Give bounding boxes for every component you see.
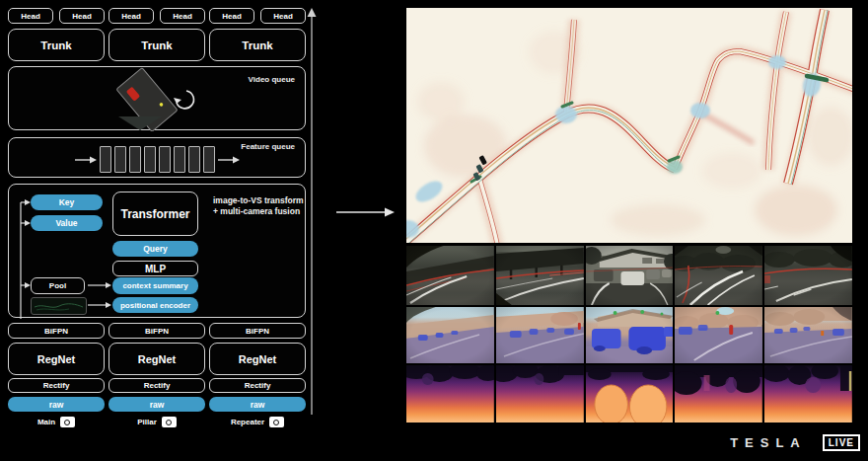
camera-cell	[764, 246, 852, 305]
feature-queue-slats	[75, 146, 240, 173]
live-badge: LIVE	[823, 434, 860, 451]
camera-label-repeater: Repeater	[209, 417, 306, 427]
camera-cell	[496, 307, 584, 363]
camera-cell	[406, 246, 494, 305]
head-box: Head	[209, 8, 254, 24]
camera-name: Main	[37, 418, 55, 426]
head-box: Head	[59, 8, 105, 24]
head-box: Head	[160, 8, 205, 24]
trunk-box: Trunk	[8, 29, 105, 61]
architecture-diagram: HeadHead HeadHead HeadHead Trunk Trunk T…	[8, 8, 306, 432]
camera-cell	[586, 246, 674, 305]
value-box: Value	[31, 215, 103, 231]
bifpn-box: BiFPN	[209, 323, 306, 339]
queue-slat	[203, 146, 215, 173]
camera-cell	[586, 365, 674, 423]
camera-cell	[586, 307, 674, 363]
camera-icon	[162, 417, 177, 427]
context-summary-box: context summary	[112, 277, 198, 294]
queue-slat	[144, 146, 156, 173]
key-box: Key	[31, 194, 103, 210]
camera-label-main: Main	[8, 417, 105, 427]
query-box: Query	[112, 241, 198, 257]
head-row: HeadHead HeadHead HeadHead	[8, 8, 306, 24]
camera-strip-segmentation	[406, 307, 852, 363]
vector-space-map	[406, 8, 852, 243]
bifpn-box: BiFPN	[108, 323, 205, 339]
head-box: Head	[8, 8, 53, 24]
raw-box: raw	[108, 397, 205, 412]
raster-thumbnail	[31, 297, 87, 315]
trunk-box: Trunk	[209, 29, 306, 61]
mlp-box: MLP	[112, 261, 198, 276]
camera-cell	[675, 307, 762, 363]
raw-row: raw raw raw	[8, 397, 306, 412]
queue-slat	[129, 146, 141, 173]
queue-slat	[100, 146, 111, 173]
regnet-box: RegNet	[8, 343, 105, 375]
rectify-box: Rectify	[209, 378, 306, 393]
camera-name: Pillar	[137, 418, 157, 426]
raw-box: raw	[8, 397, 105, 412]
queue-slat	[188, 146, 200, 173]
camera-cell	[496, 246, 584, 305]
camera-icon	[269, 417, 284, 427]
fusion-panel: Key Value Transformer Query MLP Pool con…	[8, 184, 306, 318]
positional-encoder-box: positional encoder	[112, 297, 198, 313]
camera-cell	[675, 246, 762, 305]
camera-cell	[764, 307, 852, 363]
rectify-row: Rectify Rectify Rectify	[8, 378, 306, 393]
camera-strip-raw	[406, 246, 852, 305]
head-box: Head	[260, 8, 306, 24]
regnet-row: RegNet RegNet RegNet	[8, 343, 306, 375]
tesla-ai-day-frame: HeadHead HeadHead HeadHead Trunk Trunk T…	[0, 0, 868, 461]
fusion-annotation: image-to-VS transform + multi-camera fus…	[213, 195, 306, 216]
tesla-wordmark: TESLA	[730, 435, 807, 450]
output-arrow	[333, 202, 397, 222]
transformer-box: Transformer	[112, 192, 198, 236]
fusion-annotation-line1: image-to-VS transform	[213, 195, 306, 206]
arrow-right-icon	[75, 155, 97, 165]
camera-label-pillar: Pillar	[108, 417, 205, 427]
trunk-box: Trunk	[108, 29, 205, 61]
feature-queue-label: Feature queue	[241, 142, 295, 151]
regnet-box: RegNet	[108, 343, 205, 375]
camera-cell	[406, 365, 494, 423]
raw-box: raw	[209, 397, 306, 412]
rectify-box: Rectify	[108, 378, 205, 393]
camera-label-row: Main Pillar Repeater	[8, 417, 306, 427]
trunk-row: Trunk Trunk Trunk	[8, 29, 306, 61]
feature-queue-panel: Feature queue	[8, 137, 306, 178]
pool-box: Pool	[31, 277, 85, 294]
queue-slat	[174, 146, 185, 173]
camera-icon	[60, 417, 75, 427]
bifpn-row: BiFPN BiFPN BiFPN	[8, 323, 306, 339]
queue-flow-chevron	[118, 116, 162, 130]
arrow-right-icon	[218, 155, 240, 165]
vector-space-map-render	[406, 8, 852, 243]
rectify-box: Rectify	[8, 378, 105, 393]
video-queue-panel: Video queue	[8, 66, 306, 130]
queue-slat	[114, 146, 126, 173]
regnet-box: RegNet	[209, 343, 306, 375]
rotate-icon	[174, 91, 193, 109]
fusion-annotation-line2: + multi-camera fusion	[213, 206, 306, 217]
camera-name: Repeater	[231, 418, 264, 426]
camera-cell	[764, 365, 852, 423]
camera-cell	[675, 365, 762, 423]
camera-cell	[406, 307, 494, 363]
camera-strip-depth	[406, 365, 852, 423]
camera-cell	[496, 365, 584, 423]
head-box: Head	[108, 8, 154, 24]
flow-up-arrow	[304, 8, 320, 419]
brand-bar: TESLA LIVE	[592, 432, 860, 452]
bifpn-box: BiFPN	[8, 323, 105, 339]
queue-slat	[159, 146, 171, 173]
